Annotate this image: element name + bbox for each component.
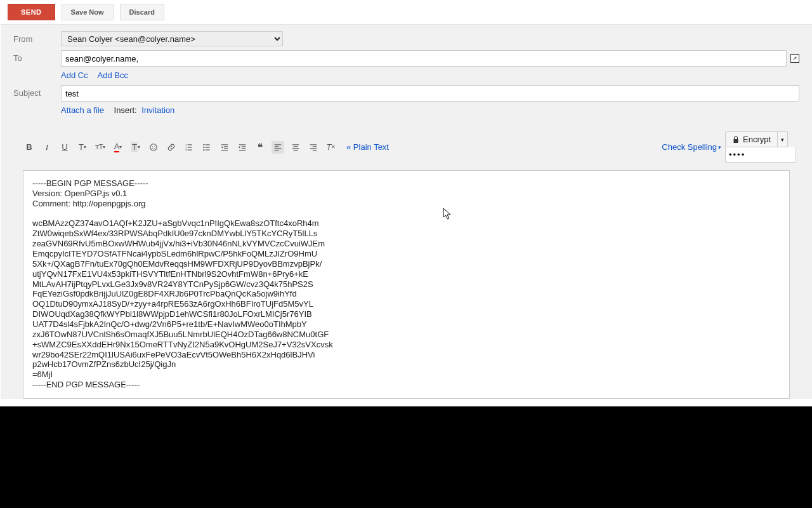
svg-rect-17 — [224, 148, 228, 149]
plain-text-link[interactable]: « Plain Text — [346, 142, 389, 152]
svg-rect-20 — [242, 146, 246, 147]
align-left-icon[interactable] — [272, 141, 284, 154]
attach-insert-row: Attach a file Insert: Invitation — [61, 105, 799, 115]
svg-rect-28 — [294, 146, 298, 147]
align-center-icon[interactable] — [289, 141, 302, 154]
encrypt-button[interactable]: Encrypt — [725, 131, 778, 147]
font-family-icon[interactable]: T▾ — [76, 141, 89, 154]
svg-rect-30 — [294, 150, 298, 150]
attach-file-link[interactable]: Attach a file — [61, 105, 104, 115]
svg-text:1: 1 — [185, 144, 187, 146]
bold-icon[interactable]: B — [23, 141, 36, 154]
svg-rect-27 — [292, 144, 299, 145]
svg-point-13 — [203, 149, 204, 150]
send-button[interactable]: SEND — [8, 4, 55, 20]
highlight-icon[interactable]: T▾ — [129, 141, 142, 154]
svg-rect-4 — [188, 144, 192, 145]
svg-point-11 — [203, 146, 204, 147]
svg-rect-31 — [310, 144, 317, 145]
subject-label: Subject — [13, 85, 61, 98]
svg-point-1 — [152, 146, 153, 147]
svg-point-0 — [150, 144, 157, 150]
bullet-list-icon[interactable] — [200, 141, 213, 154]
cc-bcc-row: Add Cc Add Bcc — [61, 70, 799, 80]
add-cc-link[interactable]: Add Cc — [61, 70, 88, 80]
svg-rect-26 — [275, 150, 278, 150]
encrypt-password-input[interactable] — [725, 147, 796, 163]
encrypt-dropdown-caret[interactable]: ▾ — [778, 131, 788, 147]
to-label: To — [13, 50, 61, 63]
quote-icon[interactable]: ❝ — [254, 141, 266, 154]
check-spelling-link[interactable]: Check Spelling▾ — [662, 142, 721, 152]
svg-rect-21 — [242, 148, 246, 149]
formatting-toolbar: B I U T▾ ᴛT▾ A▾ T▾ 123 ❝ T✕ « Plain Text… — [23, 120, 796, 166]
svg-rect-23 — [275, 144, 282, 145]
indent-less-icon[interactable] — [218, 141, 231, 154]
svg-rect-10 — [206, 144, 210, 145]
lock-icon — [732, 136, 740, 144]
svg-rect-8 — [188, 149, 192, 150]
remove-format-icon[interactable]: T✕ — [325, 141, 337, 154]
svg-rect-14 — [206, 149, 210, 150]
subject-input[interactable] — [61, 85, 799, 102]
svg-rect-18 — [221, 150, 228, 150]
save-now-button[interactable]: Save Now — [62, 4, 114, 20]
discard-button[interactable]: Discard — [120, 4, 164, 20]
svg-rect-34 — [313, 150, 317, 150]
expand-recipients-icon[interactable]: ↗ — [790, 54, 799, 63]
svg-rect-22 — [239, 150, 246, 150]
svg-point-2 — [154, 146, 155, 147]
svg-rect-16 — [224, 146, 228, 147]
svg-rect-15 — [221, 144, 228, 145]
svg-rect-24 — [275, 146, 278, 147]
svg-rect-33 — [310, 148, 317, 149]
top-action-bar: SEND Save Now Discard — [0, 0, 812, 25]
add-bcc-link[interactable]: Add Bcc — [98, 70, 128, 80]
bottom-black-bar — [0, 406, 812, 508]
svg-rect-12 — [206, 147, 210, 147]
emoji-icon[interactable] — [147, 141, 160, 154]
message-body-editor[interactable]: -----BEGIN PGP MESSAGE----- Version: Ope… — [23, 170, 790, 399]
insert-label: Insert: — [114, 105, 137, 115]
underline-icon[interactable]: U — [58, 141, 71, 154]
compose-area: From Sean Colyer <sean@colyer.name> To ↗… — [0, 25, 812, 399]
from-label: From — [13, 31, 61, 44]
text-color-icon[interactable]: A▾ — [112, 141, 124, 154]
svg-text:2: 2 — [185, 146, 187, 149]
font-size-icon[interactable]: ᴛT▾ — [94, 141, 107, 154]
to-input[interactable] — [61, 50, 787, 67]
from-select[interactable]: Sean Colyer <sean@colyer.name> — [61, 31, 283, 46]
insert-invitation-link[interactable]: Invitation — [141, 105, 174, 115]
italic-icon[interactable]: I — [41, 141, 53, 154]
svg-point-9 — [203, 144, 204, 145]
svg-rect-29 — [292, 148, 299, 149]
align-right-icon[interactable] — [307, 141, 320, 154]
svg-rect-25 — [275, 148, 282, 149]
svg-rect-32 — [313, 146, 317, 147]
link-icon[interactable] — [165, 141, 178, 154]
indent-more-icon[interactable] — [236, 141, 249, 154]
numbered-list-icon[interactable]: 123 — [183, 141, 195, 154]
svg-rect-6 — [188, 147, 192, 147]
svg-rect-19 — [239, 144, 246, 145]
svg-text:3: 3 — [185, 149, 187, 151]
